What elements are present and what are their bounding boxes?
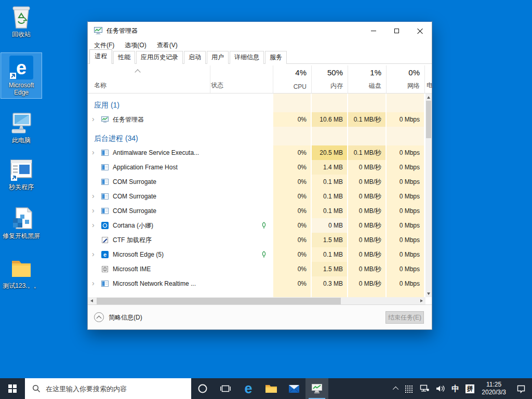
ime-pinyin-indicator[interactable]: 拼: [462, 378, 477, 399]
net-value-cell: 0 Mbps: [387, 247, 424, 262]
fewer-details-chevron-icon[interactable]: [94, 312, 104, 322]
menu-bar: 文件(F) 选项(O) 查看(V): [88, 39, 432, 51]
memory-label: 内存: [330, 82, 343, 90]
desktop-icon-this-pc[interactable]: 此电脑: [1, 110, 42, 144]
taskbar-search[interactable]: [25, 378, 191, 399]
process-row[interactable]: ›COM Surrogate0%0.1 MB0 MB/秒0 Mbps: [88, 204, 425, 218]
process-row[interactable]: COM Surrogate0%0.1 MB0 MB/秒0 Mbps: [88, 175, 425, 189]
process-row[interactable]: ›任务管理器0%10.6 MB0.1 MB/秒0 Mbps: [88, 112, 425, 127]
network-button[interactable]: [416, 378, 432, 399]
desktop-icon-quick-close-app[interactable]: 秒关程序: [1, 157, 42, 191]
ime-mode-indicator[interactable]: 中: [448, 378, 462, 399]
process-row[interactable]: Application Frame Host0%1.4 MB0 MB/秒0 Mb…: [88, 160, 425, 175]
maximize-button[interactable]: [385, 22, 408, 39]
end-task-button[interactable]: 结束任务(E): [385, 311, 424, 324]
tab-details[interactable]: 详细信息: [230, 51, 264, 64]
process-group-header[interactable]: 后台进程 (34): [88, 131, 425, 145]
disk-value-cell: 0 MB/秒: [348, 204, 385, 218]
close-button[interactable]: [408, 22, 432, 39]
tab-services[interactable]: 服务: [265, 51, 287, 64]
expand-chevron-icon[interactable]: ›: [92, 112, 95, 126]
horizontal-scrollbar[interactable]: [88, 297, 425, 305]
process-group-header[interactable]: 应用 (1): [88, 98, 425, 112]
tab-app-history[interactable]: 应用历史记录: [136, 51, 183, 64]
start-button[interactable]: [0, 378, 25, 399]
fewer-details-label[interactable]: 简略信息(D): [109, 305, 142, 330]
process-name: COM Surrogate: [113, 175, 156, 189]
desktop-icon-microsoft-edge[interactable]: e Microsoft Edge: [1, 53, 42, 98]
title-bar[interactable]: 任务管理器: [88, 22, 432, 39]
cpu-value-cell: 0%: [273, 262, 311, 276]
scroll-down-icon[interactable]: [425, 290, 432, 297]
column-disk[interactable]: 1% 磁盘: [348, 65, 385, 94]
process-row[interactable]: ›Cortana (小娜)0%0 MB0 MB/秒0 Mbps: [88, 218, 425, 233]
menu-options[interactable]: 选项(O): [119, 39, 151, 51]
column-memory[interactable]: 50% 内存: [312, 65, 347, 94]
vertical-scroll-thumb[interactable]: [426, 101, 431, 138]
desktop-icon-registry-fix[interactable]: 修复开机黑屏: [1, 206, 42, 240]
scroll-left-icon[interactable]: [88, 297, 96, 305]
suspended-leaf-icon: [261, 251, 267, 258]
generic-process-icon: [101, 207, 109, 215]
mail-button[interactable]: [283, 378, 305, 399]
network-total-pct: 0%: [408, 68, 420, 77]
column-status[interactable]: 状态: [211, 81, 223, 90]
process-row[interactable]: Microsoft IME0%1.5 MB0 MB/秒0 Mbps: [88, 262, 425, 276]
column-network[interactable]: 0% 网络: [387, 65, 424, 94]
expand-chevron-icon[interactable]: ›: [92, 145, 95, 159]
minimize-icon: [371, 31, 376, 31]
minimize-button[interactable]: [362, 22, 385, 39]
process-name: Antimalware Service Executa...: [113, 145, 199, 160]
desktop-icon-recycle-bin[interactable]: 回收站: [1, 4, 42, 38]
task-view-button[interactable]: [214, 378, 237, 399]
net-value-cell: 0 Mbps: [387, 204, 424, 218]
net-value-cell: 0 Mbps: [387, 262, 424, 276]
process-row[interactable]: ›COM Surrogate0%0.1 MB0 MB/秒0 Mbps: [88, 189, 425, 204]
expand-chevron-icon[interactable]: ›: [92, 204, 95, 217]
column-cpu[interactable]: 4% CPU: [273, 65, 311, 94]
task-manager-icon: [311, 383, 323, 394]
file-explorer-button[interactable]: [260, 378, 283, 399]
cortana-button[interactable]: [191, 378, 214, 399]
registry-file-icon: [9, 206, 34, 231]
desktop-icon-test-folder[interactable]: 测试123.。。: [1, 256, 42, 289]
column-name[interactable]: 名称: [94, 81, 107, 90]
disk-value-cell: 0 MB/秒: [348, 247, 385, 262]
hidden-icons-button[interactable]: [391, 378, 402, 399]
search-input[interactable]: [46, 385, 176, 393]
process-row-partial[interactable]: [88, 291, 425, 297]
disk-value-cell: 0.1 MB/秒: [348, 145, 385, 160]
column-power-partial[interactable]: 电: [427, 81, 433, 90]
vertical-scrollbar[interactable]: [425, 94, 432, 297]
expand-chevron-icon[interactable]: ›: [92, 276, 95, 290]
process-row[interactable]: CTF 加载程序0%1.5 MB0 MB/秒0 Mbps: [88, 233, 425, 247]
cpu-value-cell: 0%: [273, 233, 311, 247]
cpu-value-cell: 0%: [273, 145, 311, 160]
expand-chevron-icon[interactable]: ›: [92, 218, 95, 232]
cpu-value-cell: 0%: [273, 189, 311, 204]
process-row[interactable]: ›eMicrosoft Edge (5)0%0.1 MB0 MB/秒0 Mbps: [88, 247, 425, 262]
tab-startup[interactable]: 启动: [184, 51, 206, 64]
menu-view[interactable]: 查看(V): [152, 39, 183, 51]
tab-performance[interactable]: 性能: [113, 51, 135, 64]
this-pc-icon: [9, 110, 34, 135]
scroll-right-icon[interactable]: [417, 297, 425, 305]
expand-chevron-icon[interactable]: ›: [92, 247, 95, 261]
process-row[interactable]: ›Antimalware Service Executa...0%20.5 MB…: [88, 145, 425, 160]
taskbar-task-manager-button[interactable]: [305, 378, 328, 399]
taskbar-clock[interactable]: 11:25 2020/3/3: [477, 381, 510, 396]
action-center-icon: [516, 384, 526, 393]
horizontal-scroll-thumb[interactable]: [97, 298, 341, 304]
volume-button[interactable]: [432, 378, 448, 399]
taskbar-edge-button[interactable]: e: [237, 378, 260, 399]
scroll-up-icon[interactable]: [425, 94, 432, 101]
net-value-cell: 0 Mbps: [387, 112, 424, 127]
action-center-button[interactable]: [510, 378, 532, 399]
tab-processes[interactable]: 进程: [89, 49, 112, 64]
edge-icon: e: [244, 382, 252, 396]
desktop-icon-label: 此电脑: [1, 137, 42, 144]
touch-keyboard-button[interactable]: [402, 378, 416, 399]
process-row[interactable]: ›Microsoft Network Realtime ...0%0.3 MB0…: [88, 276, 425, 291]
tab-users[interactable]: 用户: [207, 51, 229, 64]
expand-chevron-icon[interactable]: ›: [92, 189, 95, 203]
